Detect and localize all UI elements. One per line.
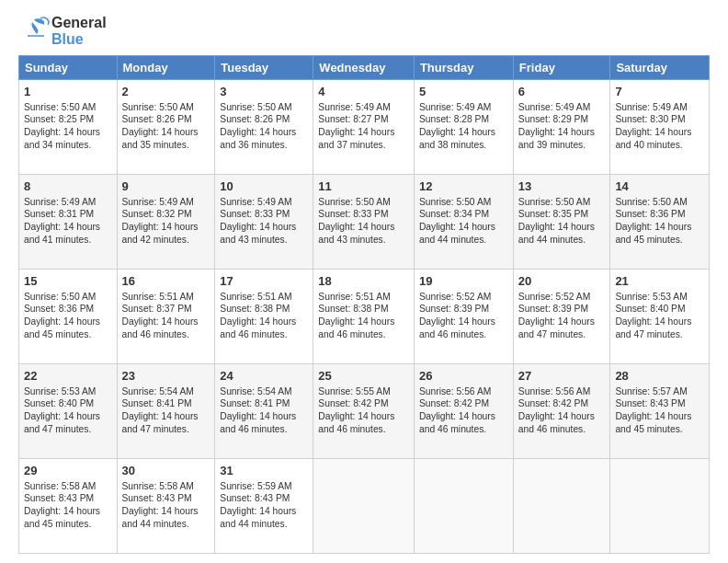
day-number: 13 [518,178,606,195]
header: General Blue [18,15,710,48]
col-sunday: Sunday [19,56,118,80]
table-row: 25Sunrise: 5:55 AMSunset: 8:42 PMDayligh… [313,364,415,459]
calendar-row: 22Sunrise: 5:53 AMSunset: 8:40 PMDayligh… [19,364,710,459]
table-row [414,459,513,554]
table-row: 10Sunrise: 5:49 AMSunset: 8:33 PMDayligh… [215,175,313,270]
calendar-header-row: Sunday Monday Tuesday Wednesday Thursday… [19,56,710,80]
day-number: 1 [24,84,112,100]
day-number: 31 [220,463,308,479]
day-number: 12 [419,178,508,195]
col-wednesday: Wednesday [313,56,415,80]
table-row: 26Sunrise: 5:56 AMSunset: 8:42 PMDayligh… [414,364,513,459]
table-row [610,459,710,554]
day-number: 4 [318,84,409,100]
table-row: 18Sunrise: 5:51 AMSunset: 8:38 PMDayligh… [313,270,415,364]
day-number: 24 [220,368,308,385]
calendar-table: Sunday Monday Tuesday Wednesday Thursday… [18,55,710,554]
day-number: 9 [122,178,210,195]
day-number: 30 [122,463,210,479]
day-number: 18 [318,273,409,290]
logo: General Blue [18,15,107,48]
day-number: 11 [318,178,409,195]
day-number: 7 [615,84,704,100]
logo-blue: Blue [51,31,84,47]
table-row: 23Sunrise: 5:54 AMSunset: 8:41 PMDayligh… [117,364,215,459]
table-row: 11Sunrise: 5:50 AMSunset: 8:33 PMDayligh… [313,175,415,270]
day-number: 26 [419,368,508,385]
table-row: 30Sunrise: 5:58 AMSunset: 8:43 PMDayligh… [117,459,215,554]
day-number: 14 [615,178,704,195]
table-row: 1Sunrise: 5:50 AMSunset: 8:25 PMDaylight… [19,80,118,175]
col-tuesday: Tuesday [215,56,313,80]
day-number: 6 [518,84,606,100]
table-row [513,459,610,554]
day-number: 5 [419,84,508,100]
table-row: 6Sunrise: 5:49 AMSunset: 8:29 PMDaylight… [513,80,610,175]
day-number: 28 [615,368,704,385]
day-number: 3 [220,84,308,100]
calendar-row: 29Sunrise: 5:58 AMSunset: 8:43 PMDayligh… [19,459,710,554]
table-row: 12Sunrise: 5:50 AMSunset: 8:34 PMDayligh… [414,175,513,270]
calendar-row: 15Sunrise: 5:50 AMSunset: 8:36 PMDayligh… [19,270,710,364]
table-row: 31Sunrise: 5:59 AMSunset: 8:43 PMDayligh… [215,459,313,554]
table-row: 2Sunrise: 5:50 AMSunset: 8:26 PMDaylight… [117,80,215,175]
table-row [313,459,415,554]
day-number: 25 [318,368,409,385]
day-number: 8 [24,178,112,195]
col-saturday: Saturday [610,56,710,80]
col-thursday: Thursday [414,56,513,80]
table-row: 16Sunrise: 5:51 AMSunset: 8:37 PMDayligh… [117,270,215,364]
page: General Blue Sunday Monday Tuesday Wedne… [0,0,728,563]
table-row: 17Sunrise: 5:51 AMSunset: 8:38 PMDayligh… [215,270,313,364]
table-row: 9Sunrise: 5:49 AMSunset: 8:32 PMDaylight… [117,175,215,270]
day-number: 20 [518,273,606,290]
day-number: 22 [24,368,112,385]
day-number: 21 [615,273,704,290]
day-number: 27 [518,368,606,385]
day-number: 17 [220,273,308,290]
calendar-row: 8Sunrise: 5:49 AMSunset: 8:31 PMDaylight… [19,175,710,270]
logo-bird-icon [18,16,50,47]
table-row: 29Sunrise: 5:58 AMSunset: 8:43 PMDayligh… [19,459,118,554]
calendar-row: 1Sunrise: 5:50 AMSunset: 8:25 PMDaylight… [19,80,710,175]
table-row: 22Sunrise: 5:53 AMSunset: 8:40 PMDayligh… [19,364,118,459]
day-number: 19 [419,273,508,290]
table-row: 21Sunrise: 5:53 AMSunset: 8:40 PMDayligh… [610,270,710,364]
day-number: 29 [24,463,112,479]
table-row: 19Sunrise: 5:52 AMSunset: 8:39 PMDayligh… [414,270,513,364]
table-row: 7Sunrise: 5:49 AMSunset: 8:30 PMDaylight… [610,80,710,175]
table-row: 28Sunrise: 5:57 AMSunset: 8:43 PMDayligh… [610,364,710,459]
day-number: 10 [220,178,308,195]
day-number: 23 [122,368,210,385]
logo-general: General [51,15,107,30]
col-monday: Monday [117,56,215,80]
table-row: 15Sunrise: 5:50 AMSunset: 8:36 PMDayligh… [19,270,118,364]
table-row: 3Sunrise: 5:50 AMSunset: 8:26 PMDaylight… [215,80,313,175]
table-row: 14Sunrise: 5:50 AMSunset: 8:36 PMDayligh… [610,175,710,270]
table-row: 4Sunrise: 5:49 AMSunset: 8:27 PMDaylight… [313,80,415,175]
table-row: 20Sunrise: 5:52 AMSunset: 8:39 PMDayligh… [513,270,610,364]
table-row: 8Sunrise: 5:49 AMSunset: 8:31 PMDaylight… [19,175,118,270]
day-number: 15 [24,273,112,290]
table-row: 27Sunrise: 5:56 AMSunset: 8:42 PMDayligh… [513,364,610,459]
col-friday: Friday [513,56,610,80]
table-row: 13Sunrise: 5:50 AMSunset: 8:35 PMDayligh… [513,175,610,270]
day-number: 2 [122,84,210,100]
table-row: 24Sunrise: 5:54 AMSunset: 8:41 PMDayligh… [215,364,313,459]
day-number: 16 [122,273,210,290]
table-row: 5Sunrise: 5:49 AMSunset: 8:28 PMDaylight… [414,80,513,175]
